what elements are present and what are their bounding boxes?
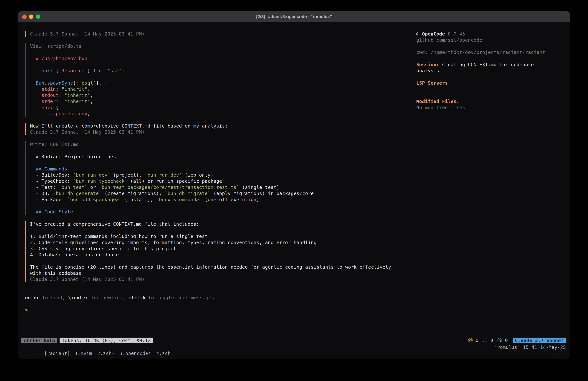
text-line: # Radiant Project Guidelines	[30, 154, 412, 160]
block-gap	[25, 215, 412, 221]
text-line	[416, 92, 563, 98]
text-line	[30, 147, 412, 154]
text-line	[416, 43, 563, 49]
zoom-button[interactable]	[36, 15, 40, 19]
text-line: - DB: `bun db generate` (create migratio…	[30, 190, 412, 197]
traffic-lights	[22, 11, 40, 22]
keybind-help: enter to send, \+enter for newline, ctrl…	[25, 295, 412, 301]
tmux-status-bar: [radiant]1:nvim2:zsh-3:opencode*4:zsh "r…	[21, 344, 566, 350]
hint-icon: ⓗ	[497, 337, 502, 343]
assistant-header-block: Claude 3.7 Sonnet (14 May 2025 03:41 PM)	[25, 31, 412, 37]
text-line: 3. CSS styling conventions specific to t…	[30, 246, 412, 252]
text-line: No modified files	[416, 104, 563, 111]
text-line: - Test: `bun test` or `bun test packages…	[30, 184, 412, 190]
text-line: analysis	[416, 68, 563, 74]
lsp-diagnostics: Ⓦ 0ⓘ 0ⓗ 0	[464, 337, 508, 344]
text-line: env: {	[30, 104, 412, 111]
write-tool-block: Write: CONTEXT.md # Radiant Project Guid…	[25, 141, 412, 215]
tmux-window-item: 2:zsh-	[97, 351, 114, 356]
text-line	[30, 258, 412, 264]
text-line: stdout: "inherit",	[30, 92, 412, 98]
text-line	[416, 86, 563, 92]
tmux-clock: "romulus" 15:41 14-May-25	[494, 344, 566, 350]
text-line: import { Resource } from "sst";	[30, 68, 412, 74]
model-badge: Claude 3.7 Sonnet	[513, 337, 566, 343]
block-gap	[25, 135, 412, 141]
text-line	[30, 202, 412, 209]
prompt-input[interactable]: >	[25, 307, 28, 313]
text-line: stderr: "inherit",	[30, 98, 412, 104]
diagnostic-warning: Ⓦ 0	[468, 337, 479, 344]
text-line: I've created a comprehensive CONTEXT.md …	[30, 221, 412, 227]
tmux-window-item: 1:nvim	[75, 351, 92, 356]
text-line: ## Code Style	[30, 209, 412, 215]
assistant-message-block: Now I'll create a comprehensive CONTEXT.…	[25, 123, 412, 135]
text-line: #!/usr/bin/env bun	[30, 55, 412, 62]
text-line	[30, 215, 412, 221]
text-line: - Build/Dev: `bun run dev` (project), `b…	[30, 172, 412, 178]
minimize-button[interactable]	[29, 15, 33, 19]
diagnostic-info: ⓘ 0	[483, 337, 493, 344]
text-line: View: script/db.ts	[30, 43, 412, 49]
status-bar: ctrl+? help Tokens: 16.4K (8%), Cost: $0…	[21, 337, 566, 344]
text-line: - Package: `bun add <package>` (install)…	[30, 197, 412, 202]
text-line: - TypeCheck: `bun run typecheck` (all) o…	[30, 178, 412, 184]
block-gap	[25, 37, 412, 43]
text-line: LSP Servers	[416, 80, 563, 86]
window-titlebar: [2/3] radiant:3:opencode - "romulus"	[18, 11, 570, 22]
text-line	[30, 49, 412, 55]
text-line: Bun.spawnSync([`psql`], {	[30, 80, 412, 86]
text-line: 1. Build/lint/test commands including ho…	[30, 233, 412, 239]
text-line: github.com/sst/opencode	[416, 37, 563, 43]
tmux-window-item: 3:opencode*	[120, 351, 151, 356]
prompt-symbol: >	[25, 307, 28, 313]
tmux-session-name: [radiant]	[44, 351, 70, 356]
warning-icon: Ⓦ	[468, 337, 473, 343]
close-button[interactable]	[22, 15, 27, 19]
text-line	[30, 74, 412, 80]
assistant-summary-block: I've created a comprehensive CONTEXT.md …	[25, 221, 412, 282]
text-line: Claude 3.7 Sonnet (14 May 2025 03:41 PM)	[30, 129, 412, 135]
text-line: © OpenCode 0.0.45	[416, 31, 563, 37]
info-icon: ⓘ	[483, 337, 487, 343]
text-line	[416, 55, 563, 62]
block-gap	[25, 117, 412, 123]
text-line	[30, 37, 412, 43]
text-line: Session: Creating CONTEXT.md for codebas…	[416, 62, 563, 68]
text-line: Claude 3.7 Sonnet (14 May 2025 03:41 PM)	[30, 276, 412, 282]
text-line: with this codebase.	[30, 270, 412, 276]
text-line: enter to send, \+enter for newline, ctrl…	[25, 295, 412, 301]
text-line: cwd: /home/thdxr/dev/projects/radiant/ra…	[416, 49, 563, 55]
text-line: The file is concise (20 lines) and captu…	[30, 264, 412, 270]
text-line: Now I'll create a comprehensive CONTEXT.…	[30, 123, 412, 129]
input-divider	[25, 302, 564, 302]
text-line: Modified Files:	[416, 98, 563, 104]
text-line: ## Commands	[30, 166, 412, 172]
text-line	[30, 135, 412, 141]
window-title: [2/3] radiant:3:opencode - "romulus"	[256, 14, 332, 19]
view-tool-block: View: script/db.ts #!/usr/bin/env bun im…	[25, 43, 412, 117]
text-line	[30, 289, 412, 295]
text-line: 4. Database operations guidance	[30, 252, 412, 258]
text-line	[416, 74, 563, 80]
terminal-window: [2/3] radiant:3:opencode - "romulus" Cla…	[18, 11, 570, 359]
conversation-blocks: Claude 3.7 Sonnet (14 May 2025 03:41 PM)…	[25, 31, 412, 295]
text-line: 2. Code style guidelines covering import…	[30, 239, 412, 246]
text-line	[30, 227, 412, 233]
text-line	[30, 282, 412, 289]
help-shortcut-badge: ctrl+? help	[21, 337, 57, 343]
text-line: ...process.env,	[30, 111, 412, 117]
text-line: Write: CONTEXT.md	[30, 141, 412, 147]
text-line: stdin: "inherit",	[30, 86, 412, 92]
conversation: Claude 3.7 Sonnet (14 May 2025 03:41 PM)…	[25, 31, 412, 301]
block-gap	[25, 282, 412, 295]
sidebar: © OpenCode 0.0.45github.com/sst/opencode…	[416, 31, 563, 111]
terminal-body: Claude 3.7 Sonnet (14 May 2025 03:41 PM)…	[18, 22, 570, 359]
tokens-cost-badge: Tokens: 16.4K (8%), Cost: $0.12	[60, 337, 153, 343]
text-line	[30, 117, 412, 123]
tmux-window-list: [radiant]1:nvim2:zsh-3:opencode*4:zsh	[21, 344, 176, 350]
tmux-window-item: 4:zsh	[156, 351, 170, 356]
text-line	[30, 62, 412, 68]
text-line: Claude 3.7 Sonnet (14 May 2025 03:41 PM)	[30, 31, 412, 37]
text-line	[30, 160, 412, 166]
